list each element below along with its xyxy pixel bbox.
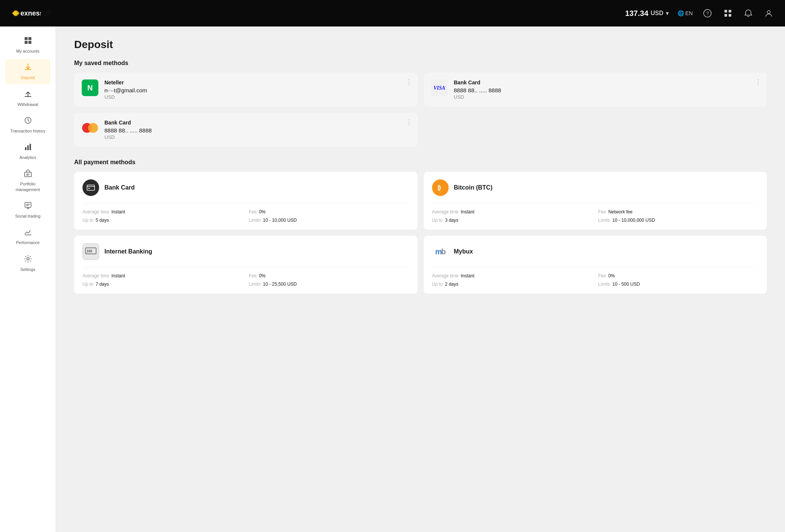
bitcoin-limits: Limits 10 - 10,000,000 USD: [598, 218, 759, 223]
performance-icon: [24, 228, 32, 238]
bitcoin-avg-time: Average time Instant: [432, 209, 592, 215]
language-button[interactable]: 🌐 EN: [678, 10, 693, 16]
sidebar-label-withdrawal: Withdrawal: [17, 102, 38, 107]
mc-value: 8888 88.. ..... 8888: [104, 127, 410, 134]
bitcoin-divider: [432, 204, 759, 204]
svg-rect-10: [25, 41, 28, 44]
all-methods-grid: Bank Card Average time Instant Fee 0% Up…: [74, 172, 767, 294]
svg-text:exness: exness: [20, 9, 41, 17]
help-button[interactable]: ?: [702, 8, 713, 19]
bitcoin-up-to: Up to 3 days: [432, 218, 592, 223]
bank-card-icon: [82, 179, 99, 196]
balance-chevron-icon: ▾: [666, 10, 668, 16]
nav-right: 137.34 USD ▾ 🌐 EN ?: [625, 8, 774, 19]
internet-banking-divider: [82, 268, 409, 268]
sidebar-item-withdrawal[interactable]: Withdrawal: [5, 86, 51, 111]
bank-card-fee: Fee 0%: [249, 209, 409, 215]
svg-rect-18: [25, 235, 31, 235]
mybux-up-to: Up to 2 days: [432, 282, 592, 287]
user-profile-button[interactable]: [763, 8, 774, 19]
all-methods-title: All payment methods: [74, 159, 767, 166]
sidebar-label-performance: Performance: [16, 240, 40, 245]
mc-currency: USD: [104, 134, 410, 140]
sidebar-item-deposit[interactable]: Deposit: [5, 59, 51, 84]
saved-method-bank-card-mc[interactable]: Bank Card 8888 88.. ..... 8888 USD ⋮: [74, 113, 418, 147]
internet-banking-avg-time: Average time Instant: [82, 273, 243, 278]
sidebar-label-analytics: Analytics: [19, 155, 36, 160]
sidebar-label-settings: Settings: [20, 267, 36, 272]
logo-bird: 🕊: [44, 9, 51, 18]
mybux-avg-time: Average time Instant: [432, 273, 592, 278]
svg-text:VISA: VISA: [433, 85, 445, 91]
sidebar-item-performance[interactable]: Performance: [5, 224, 51, 249]
sidebar-item-settings[interactable]: Settings: [5, 251, 51, 276]
mc-more-icon[interactable]: ⋮: [406, 118, 412, 126]
svg-rect-21: [87, 185, 95, 190]
sidebar-item-portfolio-management[interactable]: Portfolio management: [5, 165, 51, 196]
internet-banking-details: Average time Instant Fee 0% Up to 7 days…: [82, 273, 409, 287]
main-content: Deposit My saved methods N Neteller n···…: [56, 26, 785, 532]
bitcoin-fee: Fee Network fee: [598, 209, 759, 215]
payment-card-mybux[interactable]: mb Mybux Average time Instant Fee 0%: [424, 236, 767, 294]
mybux-name: Mybux: [454, 248, 473, 255]
bitcoin-name: Bitcoin (BTC): [454, 184, 493, 191]
saved-method-bank-card-visa[interactable]: VISA Bank Card 8888 88.. ..... 8888 USD …: [424, 73, 767, 107]
svg-rect-9: [28, 37, 31, 40]
mybux-fee: Fee 0%: [598, 273, 759, 278]
my-accounts-icon: [24, 36, 32, 47]
notifications-button[interactable]: [743, 8, 754, 19]
mastercard-circles: [82, 123, 98, 133]
sidebar-item-transaction-history[interactable]: Transaction history: [5, 112, 51, 137]
sidebar-label-my-accounts: My accounts: [16, 48, 40, 54]
payment-card-internet-banking[interactable]: ZAR Internet Banking Average time Instan…: [74, 236, 418, 294]
apps-button[interactable]: [722, 8, 734, 19]
social-trading-icon: [24, 201, 32, 212]
payment-card-bank-card[interactable]: Bank Card Average time Instant Fee 0% Up…: [74, 172, 418, 230]
payment-card-bitcoin[interactable]: ₿ Bitcoin (BTC) Average time Instant Fee…: [424, 172, 767, 230]
bank-card-up-to: Up to 5 days: [82, 218, 243, 223]
bitcoin-details: Average time Instant Fee Network fee Up …: [432, 209, 759, 223]
saved-method-neteller[interactable]: N Neteller n····t@gmail.com USD ⋮: [74, 73, 418, 107]
visa-value: 8888 88.. ..... 8888: [454, 87, 760, 93]
internet-banking-name: Internet Banking: [104, 248, 152, 255]
svg-rect-6: [729, 14, 731, 17]
svg-text:?: ?: [706, 11, 709, 16]
bank-card-limits: Limits 10 - 10,000 USD: [249, 218, 409, 223]
svg-rect-4: [729, 10, 731, 12]
mc-name: Bank Card: [104, 120, 410, 126]
mybux-details: Average time Instant Fee 0% Up to 2 days…: [432, 273, 759, 287]
neteller-more-icon[interactable]: ⋮: [406, 78, 412, 86]
svg-rect-8: [25, 37, 28, 40]
bitcoin-icon: ₿: [432, 179, 449, 196]
sidebar-item-my-accounts[interactable]: My accounts: [5, 33, 51, 58]
svg-text:ZAR: ZAR: [87, 250, 92, 253]
internet-banking-limits: Limits 10 - 25,500 USD: [249, 282, 409, 287]
visa-more-icon[interactable]: ⋮: [755, 78, 762, 86]
svg-rect-5: [724, 14, 727, 17]
sidebar-item-analytics[interactable]: Analytics: [5, 139, 51, 164]
balance-display[interactable]: 137.34 USD ▾: [625, 9, 668, 18]
portfolio-management-icon: [24, 169, 32, 180]
sidebar-label-social-trading: Social trading: [15, 213, 40, 219]
bank-card-divider: [82, 204, 409, 204]
logo: exness 🕊: [11, 8, 51, 19]
saved-methods-grid: N Neteller n····t@gmail.com USD ⋮ VISA B…: [74, 73, 767, 147]
mastercard-icon: [82, 120, 98, 136]
balance-amount: 137.34: [625, 9, 648, 18]
svg-point-7: [767, 11, 770, 14]
page-title: Deposit: [74, 39, 767, 51]
deposit-icon: [24, 63, 32, 73]
sidebar-item-social-trading[interactable]: Social trading: [5, 198, 51, 222]
svg-rect-3: [724, 10, 727, 12]
sidebar-label-deposit: Deposit: [21, 75, 35, 80]
svg-rect-11: [28, 41, 31, 44]
mybux-header: mb Mybux: [432, 243, 759, 260]
mybux-divider: [432, 268, 759, 268]
mybux-icon: mb: [432, 243, 449, 260]
bank-card-name: Bank Card: [104, 184, 135, 191]
balance-currency: USD: [651, 10, 664, 17]
sidebar: My accounts Deposit Withdrawal: [0, 26, 56, 532]
internet-banking-fee: Fee 0%: [249, 273, 409, 278]
svg-text:₿: ₿: [438, 185, 441, 191]
svg-rect-16: [25, 172, 31, 177]
